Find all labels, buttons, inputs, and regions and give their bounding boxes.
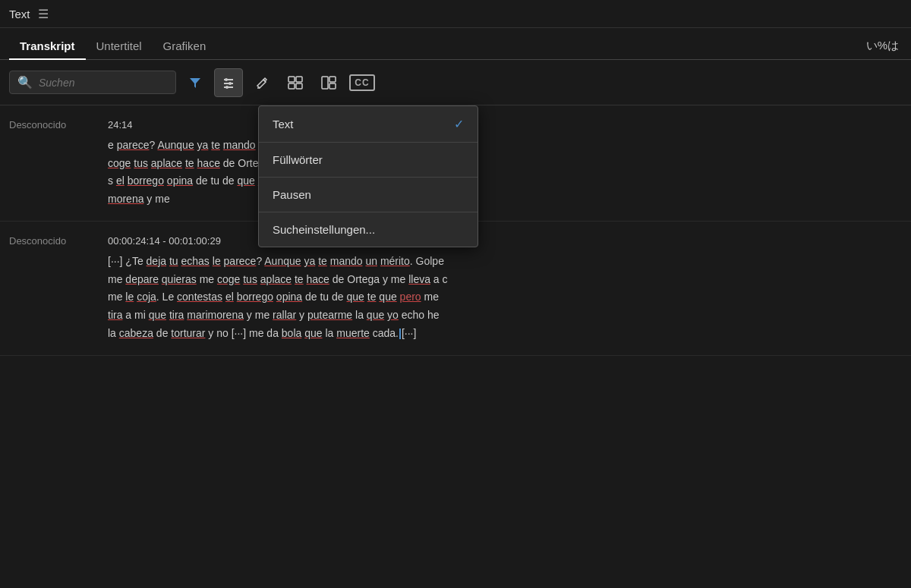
timestamp-1: 24:14 (108, 118, 902, 134)
word-hace: hace (197, 157, 220, 169)
layout-icon-1 (288, 76, 303, 90)
tab-transkript[interactable]: Transkript (9, 33, 86, 60)
word-tus: tus (134, 157, 148, 169)
tab-grafiken[interactable]: Grafiken (153, 33, 217, 60)
check-icon: ✓ (454, 117, 464, 131)
word2-contestas: contestas (177, 291, 222, 303)
svg-rect-13 (329, 77, 336, 82)
svg-rect-8 (288, 77, 295, 82)
svg-point-2 (225, 78, 228, 81)
timestamp-2: 00:00:24:14 - 00:01:00:29 (108, 234, 902, 250)
word2-te3: te (367, 291, 377, 303)
word2-yo: yo (387, 309, 399, 321)
word-aunque: Aunque (157, 139, 194, 151)
svg-marker-0 (190, 78, 200, 88)
layout-button-2[interactable] (314, 68, 343, 97)
word-mando: mando (223, 139, 256, 151)
word-coge: coge (108, 157, 131, 169)
word2-coge: coge (217, 273, 240, 285)
speaker-label-2: Desconocido (9, 234, 108, 247)
word2-quieras: quieras (162, 273, 197, 285)
word2-un: un (365, 255, 377, 267)
word-ya: ya (197, 139, 209, 151)
word2-merito: mérito (380, 255, 410, 267)
word2-deja: deja (147, 255, 166, 267)
dropdown-item-sucheinstellungen[interactable]: Sucheinstellungen... (259, 212, 478, 247)
edit-button[interactable] (247, 68, 276, 97)
word2-hace: hace (307, 273, 329, 285)
dropdown-item-fullworter[interactable]: Füllwörter (259, 143, 478, 177)
search-input[interactable] (39, 77, 168, 89)
search-box[interactable]: 🔍 (9, 71, 176, 94)
svg-point-4 (229, 82, 232, 85)
top-bar: Text ☰ (0, 0, 911, 28)
pencil-icon (255, 76, 269, 90)
word-te2: te (185, 157, 194, 169)
word2-te2: te (295, 273, 304, 285)
transcript-text-1: e parece? Aunque ya te mando un mérito. … (108, 137, 902, 209)
word2-putearme: putearme (307, 309, 352, 321)
svg-point-6 (225, 86, 229, 89)
word2-que: que (347, 291, 364, 303)
speaker-label-1: Desconocido (9, 118, 108, 130)
transcript-text-2: [···] ¿Te deja tu echas le parece? Aunqu… (108, 253, 902, 343)
word2-tu: tu (169, 255, 178, 267)
word2-tira: tira (108, 309, 122, 321)
word2-rallar: rallar (273, 309, 296, 321)
dropdown-item-text[interactable]: Text ✓ (259, 106, 478, 142)
word2-bola: bola (282, 327, 301, 339)
transcript-content-1: 24:14 e parece? Aunque ya te mando un mé… (108, 118, 902, 209)
word2-aunque: Aunque (264, 255, 301, 267)
layout-icon-2 (321, 76, 336, 90)
word2-marimorena: marimorena (187, 309, 244, 321)
cc-button[interactable]: CC (348, 68, 377, 97)
word2-aplace: aplace (260, 273, 292, 285)
svg-rect-10 (288, 83, 295, 89)
word2-le2: le (125, 291, 134, 303)
tab-untertitel[interactable]: Untertitel (86, 33, 153, 60)
word-borrego: borrego (128, 175, 164, 187)
word2-pero: pero (400, 291, 421, 303)
word2-coja: coja (137, 291, 156, 303)
layout-button-1[interactable] (281, 68, 310, 97)
word2-tira2: tira (169, 309, 184, 321)
word2-borrego: borrego (237, 291, 273, 303)
tab-bar: Transkript Untertitel Grafiken い%は (0, 28, 911, 60)
word-te: te (211, 139, 220, 151)
filter-icon (188, 76, 202, 90)
word2-torturar: torturar (171, 327, 205, 339)
text-cursor (399, 329, 401, 339)
word2-mando: mando (330, 255, 363, 267)
hamburger-icon[interactable]: ☰ (38, 7, 49, 21)
word-parece: parece (117, 139, 150, 151)
sliders-icon (222, 76, 235, 90)
svg-rect-9 (296, 77, 302, 82)
filter-button[interactable] (181, 68, 210, 97)
word2-que4: que (367, 309, 384, 321)
toolbar: 🔍 (0, 60, 911, 105)
dropdown-item-pausen[interactable]: Pausen (259, 178, 478, 212)
app-title: Text (9, 8, 30, 20)
word2-que5: que (304, 327, 322, 339)
transcript-content-2: 00:00:24:14 - 00:01:00:29 [···] ¿Te deja… (108, 234, 902, 343)
word2-lleva: lleva (408, 273, 430, 285)
word2-el: el (225, 291, 234, 303)
word2-que3: que (149, 309, 166, 321)
word2-depare: depare (125, 273, 159, 285)
word2-cabeza: cabeza (119, 327, 153, 339)
dropdown-menu: Text ✓ Füllwörter Pausen Sucheinstellung… (258, 105, 478, 247)
word-opina: opina (167, 175, 193, 187)
search-icon: 🔍 (17, 75, 33, 90)
word-el: el (116, 175, 125, 187)
word2-le: le (213, 255, 221, 267)
svg-rect-14 (329, 83, 336, 89)
word-morena: morena (108, 193, 143, 205)
word2-opina: opina (276, 291, 302, 303)
word-que: que (238, 175, 255, 187)
tab-bar-right-text: い%は (866, 39, 899, 53)
svg-rect-11 (296, 83, 302, 89)
word2-ya: ya (304, 255, 315, 267)
cc-label: CC (349, 74, 374, 91)
settings-button[interactable] (214, 68, 243, 97)
svg-rect-12 (322, 77, 328, 89)
